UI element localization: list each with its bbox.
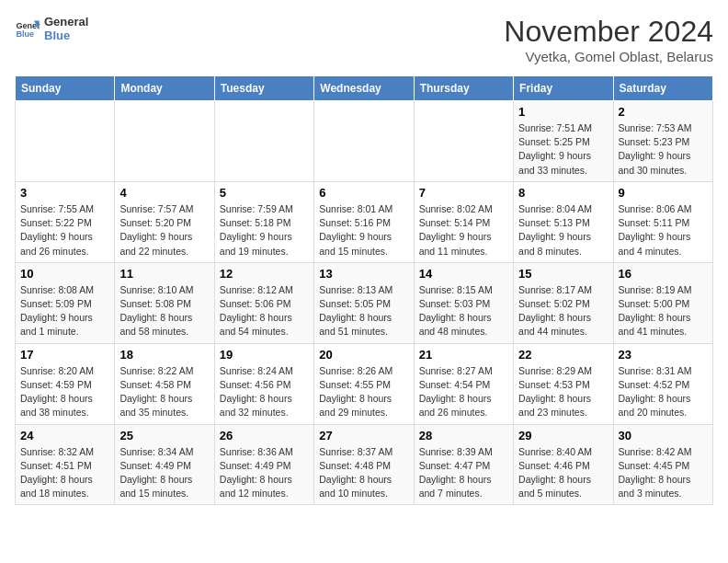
- day-cell: 9Sunrise: 8:06 AMSunset: 5:11 PMDaylight…: [613, 181, 712, 262]
- day-number: 28: [419, 429, 508, 442]
- day-info: Sunrise: 8:15 AMSunset: 5:03 PMDaylight:…: [419, 283, 508, 339]
- day-number: 4: [119, 186, 209, 200]
- day-info: Sunrise: 8:20 AMSunset: 4:59 PMDaylight:…: [20, 364, 109, 420]
- day-info: Sunrise: 8:34 AMSunset: 4:49 PMDaylight:…: [119, 445, 209, 501]
- day-info: Sunrise: 8:42 AMSunset: 4:45 PMDaylight:…: [619, 445, 708, 501]
- day-cell: 25Sunrise: 8:34 AMSunset: 4:49 PMDayligh…: [115, 424, 214, 505]
- day-info: Sunrise: 8:27 AMSunset: 4:54 PMDaylight:…: [419, 364, 508, 420]
- day-info: Sunrise: 8:31 AMSunset: 4:52 PMDaylight:…: [619, 364, 708, 420]
- calendar-table: SundayMondayTuesdayWednesdayThursdayFrid…: [15, 75, 713, 505]
- day-info: Sunrise: 7:57 AMSunset: 5:20 PMDaylight:…: [119, 202, 209, 259]
- day-cell: 8Sunrise: 8:04 AMSunset: 5:13 PMDaylight…: [514, 181, 613, 262]
- day-cell: 21Sunrise: 8:27 AMSunset: 4:54 PMDayligh…: [414, 343, 513, 424]
- day-cell: 26Sunrise: 8:36 AMSunset: 4:49 PMDayligh…: [214, 424, 313, 505]
- day-cell: 4Sunrise: 7:57 AMSunset: 5:20 PMDaylight…: [115, 181, 214, 262]
- col-header-saturday: Saturday: [613, 76, 712, 101]
- day-number: 13: [319, 267, 408, 281]
- day-cell: 18Sunrise: 8:22 AMSunset: 4:58 PMDayligh…: [115, 343, 214, 424]
- day-info: Sunrise: 8:04 AMSunset: 5:13 PMDaylight:…: [518, 202, 608, 259]
- day-cell: [16, 101, 115, 182]
- col-header-friday: Friday: [514, 76, 613, 101]
- day-number: 14: [419, 267, 508, 281]
- day-cell: [414, 101, 513, 182]
- day-number: 26: [220, 429, 309, 442]
- day-number: 1: [518, 105, 608, 119]
- day-number: 17: [20, 348, 109, 362]
- day-number: 22: [518, 348, 608, 362]
- day-info: Sunrise: 8:10 AMSunset: 5:08 PMDaylight:…: [119, 283, 209, 339]
- logo: General Blue General Blue: [15, 15, 88, 42]
- day-number: 27: [319, 429, 408, 442]
- day-info: Sunrise: 8:24 AMSunset: 4:56 PMDaylight:…: [220, 364, 309, 420]
- day-number: 15: [518, 267, 608, 281]
- day-cell: [214, 101, 313, 182]
- svg-text:Blue: Blue: [16, 29, 34, 39]
- day-cell: 16Sunrise: 8:19 AMSunset: 5:00 PMDayligh…: [613, 262, 712, 343]
- day-cell: 7Sunrise: 8:02 AMSunset: 5:14 PMDaylight…: [414, 181, 513, 262]
- day-info: Sunrise: 8:06 AMSunset: 5:11 PMDaylight:…: [619, 202, 708, 259]
- day-info: Sunrise: 8:29 AMSunset: 4:53 PMDaylight:…: [518, 364, 608, 420]
- logo-icon: General Blue: [15, 16, 40, 41]
- col-header-tuesday: Tuesday: [214, 76, 313, 101]
- col-header-thursday: Thursday: [414, 76, 513, 101]
- day-cell: 27Sunrise: 8:37 AMSunset: 4:48 PMDayligh…: [314, 424, 414, 505]
- header-row: SundayMondayTuesdayWednesdayThursdayFrid…: [16, 76, 713, 101]
- day-number: 23: [619, 348, 708, 362]
- week-row-3: 10Sunrise: 8:08 AMSunset: 5:09 PMDayligh…: [16, 262, 713, 343]
- day-number: 18: [119, 348, 209, 362]
- day-number: 8: [518, 186, 608, 200]
- week-row-2: 3Sunrise: 7:55 AMSunset: 5:22 PMDaylight…: [16, 181, 713, 262]
- day-info: Sunrise: 7:51 AMSunset: 5:25 PMDaylight:…: [518, 121, 608, 178]
- day-cell: 17Sunrise: 8:20 AMSunset: 4:59 PMDayligh…: [16, 343, 115, 424]
- day-number: 10: [20, 267, 109, 281]
- day-cell: 29Sunrise: 8:40 AMSunset: 4:46 PMDayligh…: [514, 424, 613, 505]
- day-info: Sunrise: 8:02 AMSunset: 5:14 PMDaylight:…: [419, 202, 508, 259]
- day-cell: 28Sunrise: 8:39 AMSunset: 4:47 PMDayligh…: [414, 424, 513, 505]
- day-cell: 2Sunrise: 7:53 AMSunset: 5:23 PMDaylight…: [613, 101, 712, 182]
- day-number: 21: [419, 348, 508, 362]
- day-number: 3: [20, 186, 109, 200]
- day-cell: 20Sunrise: 8:26 AMSunset: 4:55 PMDayligh…: [314, 343, 414, 424]
- day-cell: 30Sunrise: 8:42 AMSunset: 4:45 PMDayligh…: [613, 424, 712, 505]
- title-area: November 2024 Vyetka, Gomel Oblast, Bela…: [504, 15, 713, 64]
- day-number: 6: [319, 186, 408, 200]
- day-cell: 1Sunrise: 7:51 AMSunset: 5:25 PMDaylight…: [514, 101, 613, 182]
- day-cell: [115, 101, 214, 182]
- day-info: Sunrise: 8:08 AMSunset: 5:09 PMDaylight:…: [20, 283, 109, 339]
- day-cell: 24Sunrise: 8:32 AMSunset: 4:51 PMDayligh…: [16, 424, 115, 505]
- day-cell: 10Sunrise: 8:08 AMSunset: 5:09 PMDayligh…: [16, 262, 115, 343]
- day-number: 25: [119, 429, 209, 442]
- day-info: Sunrise: 8:22 AMSunset: 4:58 PMDaylight:…: [119, 364, 209, 420]
- day-info: Sunrise: 8:36 AMSunset: 4:49 PMDaylight:…: [220, 445, 309, 501]
- day-info: Sunrise: 8:17 AMSunset: 5:02 PMDaylight:…: [518, 283, 608, 339]
- day-info: Sunrise: 8:19 AMSunset: 5:00 PMDaylight:…: [619, 283, 708, 339]
- day-cell: 23Sunrise: 8:31 AMSunset: 4:52 PMDayligh…: [613, 343, 712, 424]
- day-number: 29: [518, 429, 608, 442]
- day-cell: 11Sunrise: 8:10 AMSunset: 5:08 PMDayligh…: [115, 262, 214, 343]
- day-cell: 14Sunrise: 8:15 AMSunset: 5:03 PMDayligh…: [414, 262, 513, 343]
- day-cell: [314, 101, 414, 182]
- day-info: Sunrise: 8:39 AMSunset: 4:47 PMDaylight:…: [419, 445, 508, 501]
- day-number: 5: [220, 186, 309, 200]
- day-number: 9: [619, 186, 708, 200]
- day-cell: 12Sunrise: 8:12 AMSunset: 5:06 PMDayligh…: [214, 262, 313, 343]
- logo-line2: Blue: [44, 29, 88, 42]
- day-cell: 22Sunrise: 8:29 AMSunset: 4:53 PMDayligh…: [514, 343, 613, 424]
- day-number: 2: [619, 105, 708, 119]
- day-cell: 13Sunrise: 8:13 AMSunset: 5:05 PMDayligh…: [314, 262, 414, 343]
- day-info: Sunrise: 7:59 AMSunset: 5:18 PMDaylight:…: [220, 202, 309, 259]
- day-info: Sunrise: 8:01 AMSunset: 5:16 PMDaylight:…: [319, 202, 408, 259]
- col-header-monday: Monday: [115, 76, 214, 101]
- day-cell: 19Sunrise: 8:24 AMSunset: 4:56 PMDayligh…: [214, 343, 313, 424]
- day-number: 20: [319, 348, 408, 362]
- day-info: Sunrise: 8:32 AMSunset: 4:51 PMDaylight:…: [20, 445, 109, 501]
- day-number: 7: [419, 186, 508, 200]
- week-row-4: 17Sunrise: 8:20 AMSunset: 4:59 PMDayligh…: [16, 343, 713, 424]
- day-number: 30: [619, 429, 708, 442]
- day-cell: 6Sunrise: 8:01 AMSunset: 5:16 PMDaylight…: [314, 181, 414, 262]
- day-info: Sunrise: 8:13 AMSunset: 5:05 PMDaylight:…: [319, 283, 408, 339]
- day-number: 19: [220, 348, 309, 362]
- week-row-1: 1Sunrise: 7:51 AMSunset: 5:25 PMDaylight…: [16, 101, 713, 182]
- month-title: November 2024: [504, 15, 713, 49]
- header: General Blue General Blue November 2024 …: [15, 15, 713, 64]
